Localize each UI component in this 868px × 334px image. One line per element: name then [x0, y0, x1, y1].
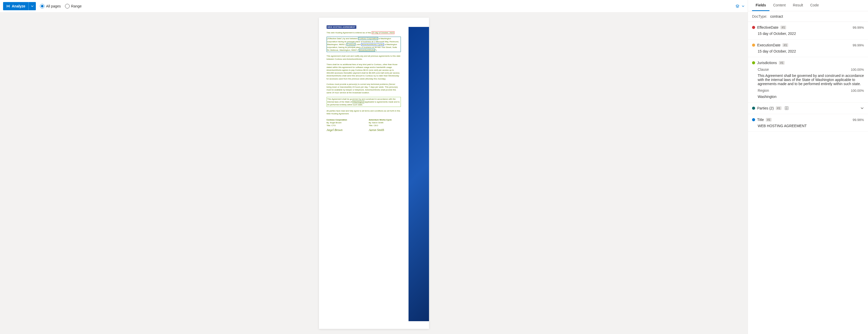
doctype-row: DocType: contract [748, 11, 868, 22]
svg-rect-1 [9, 5, 10, 7]
signature-block-2: Adventure Works Cycle By: Aaron Smith Ti… [369, 118, 401, 132]
field-title[interactable]: Title #1 99.98% WEB HOSTING AGREEMENT [748, 114, 868, 132]
jurisdiction-box: This Agreement shall be governed by and … [327, 97, 401, 107]
svg-rect-2 [7, 5, 8, 7]
range-radio[interactable]: Range [65, 4, 82, 8]
tab-result[interactable]: Result [789, 0, 807, 11]
field-color-dot [752, 107, 755, 110]
field-effective-date[interactable]: EffectiveDate #1 99.99% 15 day of Octobe… [748, 22, 868, 39]
field-color-dot [752, 61, 755, 64]
field-color-dot [752, 26, 755, 29]
results-panel: Fields Content Result Code DocType: cont… [748, 0, 868, 334]
field-parties[interactable]: Parties (2) #1 [748, 103, 868, 114]
analyze-label: Analyze [12, 4, 25, 8]
effective-date-box: 15 day of October, 2022 [372, 31, 395, 34]
field-color-dot [752, 118, 755, 121]
range-label: Range [71, 4, 82, 8]
table-icon [784, 106, 789, 110]
all-pages-label: All pages [46, 4, 61, 8]
doc-title-highlight: WEB HOSTING AGREEMENT [327, 25, 356, 29]
document-page: WEB HOSTING AGREEMENT This web Hosting A… [319, 18, 429, 329]
fields-list: EffectiveDate #1 99.99% 15 day of Octobe… [748, 22, 868, 334]
chevron-down-icon[interactable] [860, 106, 864, 110]
analyze-button[interactable]: Analyze [3, 2, 36, 10]
doctype-value: contract [770, 15, 783, 19]
all-pages-radio[interactable]: All pages [40, 4, 61, 8]
toolbar: Analyze All pages Range [0, 0, 748, 12]
field-color-dot [752, 44, 755, 47]
doctype-label: DocType: [752, 15, 767, 19]
chevron-down-icon [31, 5, 34, 8]
document-preview-area[interactable]: WEB HOSTING AGREEMENT This web Hosting A… [0, 12, 748, 334]
analyze-icon [6, 4, 10, 8]
document-decorative-sidebar [408, 27, 429, 321]
signature-block-1: Contoso Corporation By: Angel Brown Titl… [327, 118, 359, 132]
page-range-group: All pages Range [40, 4, 82, 8]
tab-content[interactable]: Content [770, 0, 789, 11]
field-execution-date[interactable]: ExecutionDate #1 99.99% 15 day of Octobe… [748, 39, 868, 57]
svg-rect-0 [7, 5, 7, 7]
tab-fields[interactable]: Fields [752, 0, 770, 11]
field-jurisdictions[interactable]: Jurisdictions #1 Clause 100.00% This Agr… [748, 57, 868, 103]
layers-icon[interactable] [735, 4, 740, 8]
tab-code[interactable]: Code [807, 0, 822, 11]
panel-tabs: Fields Content Result Code [748, 0, 868, 11]
chevron-down-icon[interactable] [742, 5, 745, 8]
svg-rect-4 [9, 5, 9, 7]
parties-box: ("Effective Date") by and between Contos… [327, 37, 401, 52]
analyze-dropdown[interactable] [28, 2, 36, 10]
